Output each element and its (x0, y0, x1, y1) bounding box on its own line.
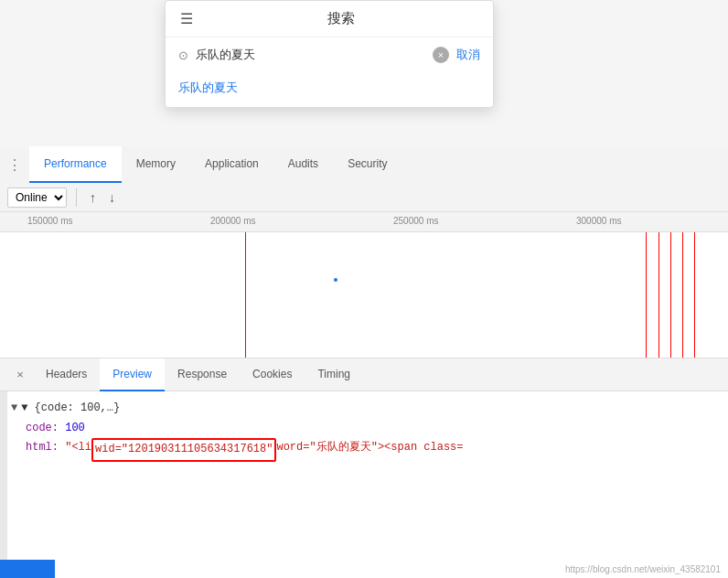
tab-performance[interactable]: Performance (29, 146, 122, 183)
json-code-value: 100 (65, 419, 85, 439)
ruler-label-2: 200000 ms (210, 216, 255, 226)
ruler-label-3: 250000 ms (393, 216, 438, 226)
network-panel: × Headers Preview Response Cookies Timin… (0, 359, 728, 578)
tab-preview[interactable]: Preview (100, 359, 165, 391)
response-content: ▼ ▼ {code: 100,…} code: 100 html: "<li w… (0, 391, 728, 469)
ruler-label-4: 300000 ms (576, 216, 621, 226)
more-tabs-icon[interactable]: ⋮ (0, 146, 29, 183)
search-input[interactable] (196, 48, 425, 62)
tab-response[interactable]: Response (165, 359, 240, 391)
search-icon: ⊙ (178, 48, 188, 62)
blue-dot (334, 278, 337, 282)
timeline-content (0, 232, 728, 358)
tab-security[interactable]: Security (333, 146, 401, 183)
json-html-value-suffix: word="乐队的夏天"><span class= (276, 438, 463, 458)
search-result-item[interactable]: 乐队的夏天 (166, 72, 493, 107)
json-toggle[interactable]: ▼ (11, 399, 17, 419)
watermark: https://blog.csdn.net/weixin_43582101 (565, 564, 721, 574)
clear-button[interactable]: × (433, 47, 449, 63)
network-tab-bar: × Headers Preview Response Cookies Timin… (0, 359, 728, 391)
json-code-key: code: (26, 419, 59, 439)
tab-memory[interactable]: Memory (122, 146, 190, 183)
devtools-tabs: ⋮ Performance Memory Application Audits … (0, 146, 728, 183)
timeline-area: 150000 ms 200000 ms 250000 ms 300000 ms (0, 212, 728, 359)
blue-status-bar (0, 560, 55, 578)
search-title: 搜索 (204, 10, 478, 27)
red-line-2 (646, 232, 647, 358)
left-side-strip (0, 391, 7, 578)
json-root-line: ▼ ▼ {code: 100,…} (7, 399, 728, 419)
tab-headers[interactable]: Headers (33, 359, 100, 391)
red-line-1 (245, 232, 246, 358)
json-root-label: ▼ {code: 100,…} (21, 399, 120, 419)
tab-timing[interactable]: Timing (305, 359, 363, 391)
red-line-3 (658, 232, 659, 358)
json-html-key: html: (26, 438, 59, 458)
tab-application[interactable]: Application (190, 146, 273, 183)
search-input-row: ⊙ × 取消 (166, 37, 493, 72)
json-html-line: html: "<li wid="120190311105634317618" w… (7, 438, 728, 462)
devtools-tab-bar: ⋮ Performance Memory Application Audits … (0, 146, 728, 184)
json-html-highlight: wid="120190311105634317618" (91, 438, 276, 462)
download-button[interactable]: ↓ (105, 188, 119, 207)
upload-button[interactable]: ↑ (86, 188, 100, 207)
close-panel-button[interactable]: × (7, 359, 33, 391)
json-code-line: code: 100 (7, 419, 728, 439)
toolbar: Online Offline ↑ ↓ (0, 183, 728, 212)
red-line-5 (682, 232, 683, 358)
toolbar-divider (76, 188, 77, 207)
search-header: ☰ 搜索 (166, 1, 493, 37)
red-line-6 (694, 232, 695, 358)
ruler-label-1: 150000 ms (27, 216, 72, 226)
search-overlay: ☰ 搜索 ⊙ × 取消 乐队的夏天 (165, 0, 494, 108)
menu-icon: ☰ (180, 10, 193, 27)
network-select[interactable]: Online Offline (7, 187, 67, 208)
json-html-value-prefix: "<li (65, 438, 91, 458)
red-line-4 (670, 232, 671, 358)
timeline-ruler: 150000 ms 200000 ms 250000 ms 300000 ms (0, 212, 728, 232)
tab-audits[interactable]: Audits (273, 146, 333, 183)
tab-cookies[interactable]: Cookies (240, 359, 305, 391)
cancel-button[interactable]: 取消 (456, 47, 480, 63)
